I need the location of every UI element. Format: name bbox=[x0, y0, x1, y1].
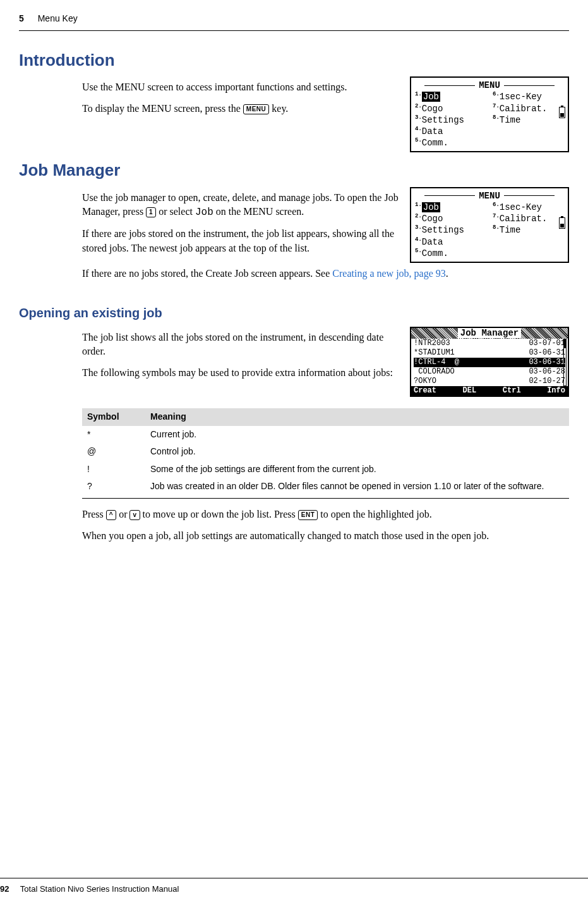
softkey-info: Info bbox=[547, 386, 565, 396]
lcd-item: 3.Settings bbox=[415, 114, 486, 126]
lcd-scrollbar bbox=[563, 339, 567, 386]
lcd-item: 2.Cogo bbox=[415, 103, 486, 114]
lcd-item: 3.Settings bbox=[415, 224, 486, 236]
lcd-softkeys: Creat DEL Ctrl Info bbox=[411, 386, 568, 396]
softkey-del: DEL bbox=[463, 386, 477, 396]
one-key-icon: 1 bbox=[146, 207, 156, 217]
chapter-number: 5 bbox=[19, 13, 24, 23]
chapter-title: Menu Key bbox=[38, 13, 78, 23]
symtab-hdr-symbol: Symbol bbox=[82, 408, 145, 426]
job-row: *STADIUM103-06-31 bbox=[414, 348, 565, 358]
table-row: ? Job was created in an older DB. Older … bbox=[82, 478, 569, 498]
lcd-item: 7.Calibrat. bbox=[493, 103, 564, 114]
menu-key-icon: MENU bbox=[243, 104, 269, 114]
nav-instructions: Press ^ or v to move up or down the job … bbox=[82, 507, 569, 521]
link-creating-new-job[interactable]: Creating a new job, page 93 bbox=[332, 268, 446, 279]
lcd-item: 8.Time bbox=[493, 224, 564, 236]
intro-p2-b: key. bbox=[269, 103, 288, 114]
lcd-title: MENU bbox=[415, 80, 564, 92]
heading-job-manager: Job Manager bbox=[19, 159, 569, 181]
lcd-menu-screenshot-2: MENU 1.Job 2.Cogo 3.Settings 4.Data 5.Co… bbox=[410, 187, 569, 263]
open-paragraph-1: The job list shows all the jobs stored o… bbox=[82, 331, 399, 359]
jm-paragraph-3: If there are no jobs stored, the Create … bbox=[82, 267, 569, 281]
nav-d: to open the highlighted job. bbox=[318, 509, 431, 519]
heading-opening-existing-job: Opening an existing job bbox=[19, 304, 569, 322]
table-row: ! Some of the job settings are different… bbox=[82, 461, 569, 478]
jm-p3-a: If there are no jobs stored, the Create … bbox=[82, 268, 332, 279]
lcd-menu-screenshot-1: MENU 1.Job 2.Cogo 3.Settings 4.Data 5.Co… bbox=[410, 76, 569, 152]
lcd-item: 7.Calibrat. bbox=[493, 213, 564, 224]
open-paragraph-3: When you open a job, all job settings ar… bbox=[82, 529, 569, 543]
softkey-creat: Creat bbox=[414, 386, 436, 396]
down-key-icon: v bbox=[129, 510, 140, 520]
battery-icon bbox=[559, 107, 565, 118]
page-footer: 92 Total Station Nivo Series Instruction… bbox=[0, 878, 588, 895]
lcd-item: 5.Comm. bbox=[415, 248, 486, 259]
header-rule bbox=[19, 30, 569, 31]
job-row: COLORADO03-06-28 bbox=[414, 367, 565, 377]
ent-key-icon: ENT bbox=[298, 510, 318, 520]
footer-title: Total Station Nivo Series Instruction Ma… bbox=[20, 884, 179, 894]
jm-word-job: Job bbox=[195, 207, 213, 218]
table-row: @ Control job. bbox=[82, 443, 569, 461]
intro-paragraph-2: To display the MENU screen, press the ME… bbox=[82, 102, 399, 116]
page-number: 92 bbox=[0, 884, 9, 894]
nav-c: to move up or down the job list. Press bbox=[140, 509, 298, 519]
battery-icon bbox=[559, 217, 565, 229]
table-row: * Current job. bbox=[82, 426, 569, 444]
lcd-item: 4.Data bbox=[415, 236, 486, 248]
symbol-table: Symbol Meaning * Current job. @ Control … bbox=[82, 408, 569, 499]
lcd-item: 1.Job bbox=[415, 202, 486, 213]
open-paragraph-2: The following symbols may be used to pro… bbox=[82, 366, 399, 380]
lcd-item: 6.1sec-Key bbox=[493, 91, 564, 102]
job-row: ?OKYO02-10-27 bbox=[414, 377, 565, 386]
job-row: !NTR200303-07-01 bbox=[414, 339, 565, 348]
up-key-icon: ^ bbox=[106, 510, 116, 520]
lcd-job-manager-screenshot: Job Manager !NTR200303-07-01 *STADIUM103… bbox=[410, 327, 569, 398]
nav-b: or bbox=[116, 509, 129, 519]
nav-a: Press bbox=[82, 509, 106, 519]
page-header: 5 Menu Key bbox=[19, 13, 569, 25]
jm-paragraph-2: If there are jobs stored on the instrume… bbox=[82, 227, 399, 255]
lcd-item: 2.Cogo bbox=[415, 213, 486, 224]
intro-p2-a: To display the MENU screen, press the bbox=[82, 103, 243, 114]
lcd-item: 6.1sec-Key bbox=[493, 202, 564, 213]
symtab-hdr-meaning: Meaning bbox=[145, 408, 569, 426]
intro-paragraph-1: Use the MENU screen to access important … bbox=[82, 80, 399, 94]
job-row-selected: !CTRL-4 @03-06-31 bbox=[414, 358, 565, 367]
jm-p1-b: or select bbox=[156, 206, 195, 217]
jm-p3-b: . bbox=[446, 268, 448, 279]
heading-introduction: Introduction bbox=[19, 49, 569, 71]
lcd-item: 1.Job bbox=[415, 91, 486, 102]
jm-p1-c: on the MENU screen. bbox=[213, 206, 304, 217]
lcd-item: 8.Time bbox=[493, 114, 564, 126]
jm-paragraph-1: Use the job manager to open, create, del… bbox=[82, 191, 399, 220]
lcd-item: 4.Data bbox=[415, 126, 486, 137]
lcd-job-manager-title: Job Manager bbox=[411, 328, 568, 339]
lcd-title: MENU bbox=[415, 191, 564, 202]
lcd-item: 5.Comm. bbox=[415, 137, 486, 149]
softkey-ctrl: Ctrl bbox=[503, 386, 521, 396]
